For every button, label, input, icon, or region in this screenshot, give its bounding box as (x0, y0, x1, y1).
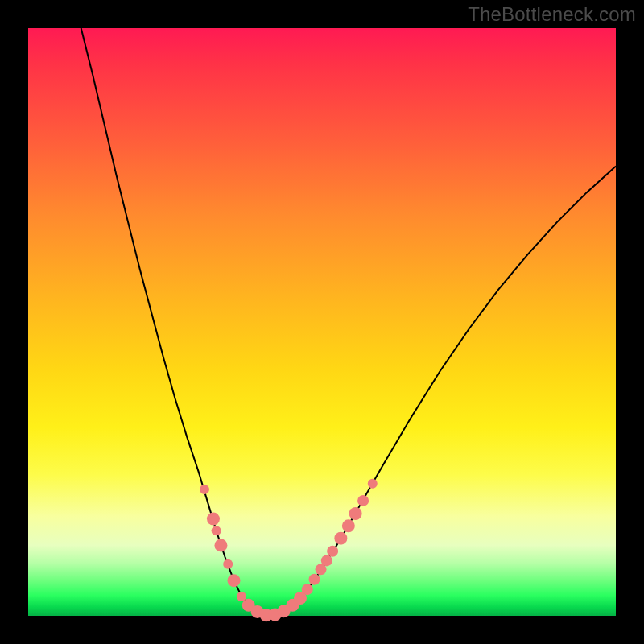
marker-point (309, 574, 320, 585)
watermark-label: TheBottleneck.com (468, 3, 636, 26)
marker-group (200, 479, 378, 622)
marker-point (302, 584, 313, 595)
marker-point (212, 526, 221, 535)
marker-point (349, 507, 362, 520)
marker-point (228, 574, 241, 587)
left-curve (81, 28, 266, 616)
marker-point (321, 555, 332, 566)
right-curve (266, 167, 616, 616)
marker-point (327, 546, 338, 557)
marker-point (368, 479, 378, 489)
marker-point (214, 539, 227, 551)
marker-point (200, 485, 209, 494)
marker-point (223, 559, 233, 569)
marker-point (334, 532, 347, 545)
marker-point (357, 495, 369, 506)
marker-point (207, 513, 220, 526)
marker-point (237, 592, 246, 601)
plot-area (28, 28, 616, 616)
chart-svg (28, 28, 616, 616)
marker-point (342, 519, 355, 532)
chart-frame: TheBottleneck.com (0, 0, 644, 644)
